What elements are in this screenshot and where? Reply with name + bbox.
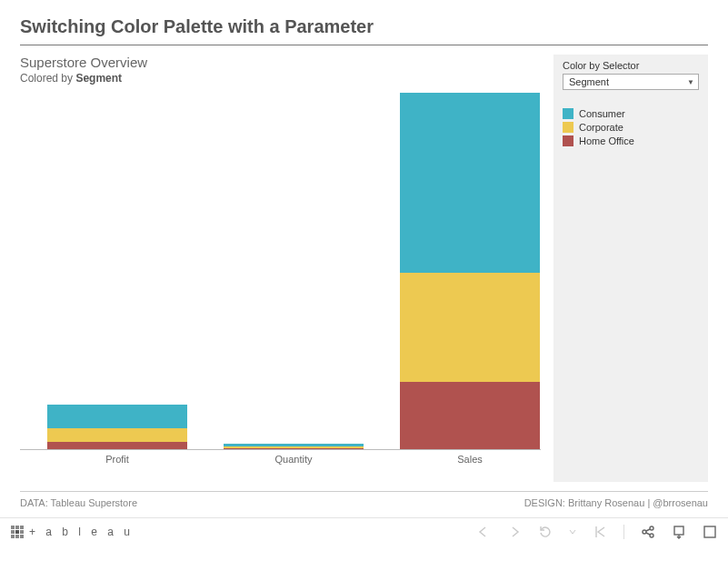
tableau-logo[interactable]: + a b l e a u bbox=[11, 526, 134, 538]
bar-group[interactable] bbox=[400, 93, 540, 449]
bar-segment[interactable] bbox=[400, 382, 540, 449]
chart-area: Superstore Overview Colored by Segment P… bbox=[20, 55, 541, 482]
design-credit: DESIGN: Brittany Rosenau | @brrosenau bbox=[524, 497, 708, 508]
bar-segment[interactable] bbox=[47, 428, 187, 442]
svg-point-2 bbox=[650, 534, 653, 537]
bar-group[interactable] bbox=[224, 444, 364, 449]
footer-rule bbox=[20, 491, 708, 492]
bar-segment[interactable] bbox=[224, 448, 364, 449]
chart-title: Superstore Overview bbox=[20, 55, 541, 70]
stacked-bar-plot bbox=[20, 92, 541, 450]
svg-point-1 bbox=[650, 526, 653, 530]
svg-rect-3 bbox=[674, 526, 683, 535]
side-panel: Color by Selector Segment ▼ ConsumerCorp… bbox=[553, 55, 708, 482]
download-icon[interactable] bbox=[672, 525, 686, 539]
legend-label: Corporate bbox=[579, 122, 623, 133]
chart-subtitle: Colored by Segment bbox=[20, 72, 541, 85]
svg-rect-4 bbox=[704, 526, 715, 537]
x-axis-label: Sales bbox=[400, 454, 540, 465]
tableau-logo-text: + a b l e a u bbox=[29, 526, 134, 538]
replay-icon bbox=[538, 525, 553, 539]
chevron-down-icon: ▼ bbox=[687, 78, 694, 86]
bar-segment[interactable] bbox=[47, 405, 187, 428]
legend-item[interactable]: Consumer bbox=[563, 108, 699, 119]
legend-swatch bbox=[563, 135, 573, 146]
body: Superstore Overview Colored by Segment P… bbox=[20, 55, 708, 482]
revert-icon bbox=[593, 525, 607, 539]
selector-value: Segment bbox=[569, 76, 609, 87]
legend-item[interactable]: Corporate bbox=[563, 122, 699, 133]
parameter-label: Color by Selector bbox=[563, 60, 699, 71]
fullscreen-icon[interactable] bbox=[703, 525, 717, 539]
x-axis-label: Quantity bbox=[224, 454, 364, 465]
legend-label: Home Office bbox=[579, 135, 634, 146]
share-icon[interactable] bbox=[641, 525, 655, 539]
toolbar-separator bbox=[623, 525, 624, 539]
replay-dropdown-icon bbox=[569, 525, 576, 539]
redo-icon bbox=[507, 525, 522, 539]
dashboard: Switching Color Palette with a Parameter… bbox=[0, 0, 728, 482]
tableau-toolbar: + a b l e a u bbox=[0, 517, 728, 545]
dashboard-title: Switching Color Palette with a Parameter bbox=[20, 16, 708, 45]
data-source-label: DATA: Tableau Superstore bbox=[20, 497, 137, 508]
legend-label: Consumer bbox=[579, 108, 625, 119]
subtitle-prefix: Colored by bbox=[20, 72, 75, 85]
bar-segment[interactable] bbox=[400, 93, 540, 274]
x-axis-labels: ProfitQuantitySales bbox=[20, 450, 541, 472]
tableau-mark-icon bbox=[11, 526, 24, 538]
legend-item[interactable]: Home Office bbox=[563, 135, 699, 146]
bar-segment[interactable] bbox=[47, 442, 187, 449]
x-axis-label: Profit bbox=[47, 454, 187, 465]
bar-group[interactable] bbox=[47, 405, 187, 449]
color-by-selector[interactable]: Segment ▼ bbox=[563, 74, 699, 90]
subtitle-value: Segment bbox=[75, 72, 122, 85]
footer-meta: DATA: Tableau Superstore DESIGN: Brittan… bbox=[0, 497, 728, 517]
title-rule bbox=[20, 45, 708, 45]
legend: ConsumerCorporateHome Office bbox=[563, 108, 699, 146]
toolbar-icons bbox=[476, 525, 717, 539]
undo-icon bbox=[476, 525, 491, 539]
legend-swatch bbox=[563, 122, 573, 133]
bar-segment[interactable] bbox=[400, 273, 540, 382]
svg-point-0 bbox=[643, 530, 646, 534]
legend-swatch bbox=[563, 108, 573, 119]
